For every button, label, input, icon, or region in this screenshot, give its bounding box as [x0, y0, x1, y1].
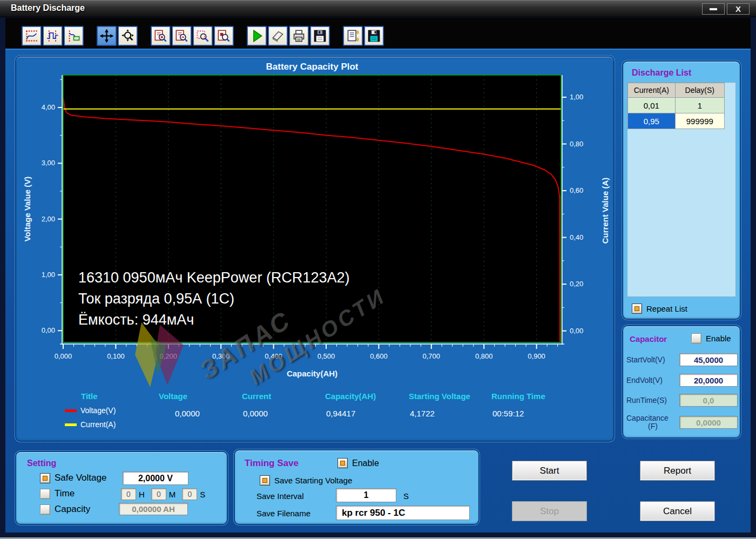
- time-minutes-field[interactable]: 0: [151, 488, 166, 500]
- minutes-unit: M: [169, 490, 176, 499]
- report-file-button[interactable]: [343, 26, 363, 46]
- svg-text:3,00: 3,00: [42, 159, 55, 167]
- startvolt-row: StartVolt(V) 45,0000: [626, 353, 739, 366]
- row1-delay-cell[interactable]: 1: [675, 98, 724, 113]
- cancel-button[interactable]: Cancel: [640, 501, 715, 521]
- save-filename-label: Save Filename: [256, 509, 310, 518]
- time-hours-field[interactable]: 0: [121, 488, 136, 500]
- curve-step-button[interactable]: [43, 26, 63, 46]
- safe-voltage-checkbox[interactable]: [40, 473, 50, 483]
- safe-voltage-row: Safe Voltage: [40, 473, 106, 483]
- report-button[interactable]: Report: [640, 461, 715, 481]
- endvolt-field[interactable]: 20,0000: [679, 374, 738, 387]
- chart-annotation: 16310 0950мАч KeepPower (RCR123A2) Ток р…: [78, 267, 349, 331]
- client-area: Battery Capacity Plot 4,003,002,001,000,…: [5, 49, 751, 533]
- svg-text:0,500: 0,500: [318, 352, 335, 360]
- svg-text:0,60: 0,60: [570, 186, 583, 194]
- battery-capacity-plot[interactable]: 4,003,002,001,000,001,000,800,600,400,20…: [16, 57, 616, 443]
- stat-voltage-header: Voltage: [159, 392, 187, 401]
- stat-capacity-value: 0,94417: [326, 409, 355, 418]
- zoom-window-button[interactable]: [193, 26, 213, 46]
- run-button[interactable]: [247, 26, 267, 46]
- svg-text:4,00: 4,00: [42, 103, 55, 111]
- setting-title: Setting: [27, 459, 56, 468]
- print-button[interactable]: [289, 26, 309, 46]
- stat-voltage-value: 0,0000: [175, 409, 200, 418]
- row2-delay-cell[interactable]: 999999: [675, 113, 724, 129]
- startvolt-field[interactable]: 45,0000: [679, 353, 738, 366]
- repeat-list-row: Repeat List: [632, 304, 687, 314]
- zoom-previous-button[interactable]: [214, 26, 234, 46]
- stop-button[interactable]: Stop: [512, 501, 587, 521]
- repeat-list-label: Repeat List: [646, 304, 687, 313]
- row2-current-cell-selected[interactable]: 0,95: [628, 113, 676, 129]
- save-filename-field[interactable]: kp rcr 950 - 1C: [336, 506, 470, 520]
- svg-text:0,200: 0,200: [160, 352, 178, 360]
- time-checkbox[interactable]: [40, 489, 50, 499]
- zoom-out-button[interactable]: [172, 26, 192, 46]
- column-current[interactable]: Current(A): [628, 83, 676, 98]
- save-data-icon: [367, 29, 381, 43]
- capacity-field[interactable]: 0,00000 AH: [119, 503, 188, 515]
- annotation-line-3: Ёмкость: 944мАч: [78, 309, 349, 331]
- left-axis-label: Voltage Value (V): [23, 177, 32, 242]
- voltage-swatch: [65, 409, 77, 412]
- pan-icon: [99, 29, 114, 43]
- runtime-row: RunTime(S) 0,0: [626, 394, 739, 407]
- time-row: Time: [40, 488, 75, 499]
- save-interval-unit: S: [403, 491, 409, 501]
- svg-text:0,300: 0,300: [212, 352, 230, 360]
- minimize-button[interactable]: [702, 3, 725, 15]
- close-button[interactable]: X: [727, 3, 750, 15]
- capacity-checkbox[interactable]: [40, 504, 50, 515]
- annotation-line-1: 16310 0950мАч KeepPower (RCR123A2): [78, 267, 349, 288]
- annotation-line-2: Ток разряда 0,95А (1С): [78, 288, 349, 309]
- timing-enable-label: Enable: [352, 459, 379, 468]
- column-delay[interactable]: Delay(S): [675, 83, 724, 98]
- repeat-list-checkbox[interactable]: [632, 304, 642, 314]
- legend-voltage-series: Voltage(V): [65, 406, 116, 415]
- svg-text:0,40: 0,40: [570, 233, 583, 241]
- curve-step-icon: [45, 29, 60, 43]
- zoom-previous-icon: [217, 29, 231, 43]
- discharge-table-header: Current(A) Delay(S): [628, 83, 725, 98]
- svg-text:0,000: 0,000: [55, 352, 72, 360]
- current-swatch: [65, 423, 77, 426]
- minimize-icon: [710, 8, 717, 10]
- erase-button[interactable]: [268, 26, 288, 46]
- safe-voltage-label: Safe Voltage: [55, 473, 106, 483]
- discharge-row-2[interactable]: 0,95 999999: [628, 113, 725, 129]
- zoom-dynamic-button[interactable]: [118, 26, 138, 46]
- stat-capacity-header: Capacity(AH): [325, 392, 376, 401]
- curve-style-button[interactable]: [22, 26, 42, 46]
- timing-enable-checkbox[interactable]: [338, 458, 348, 468]
- timing-save-title: Timing Save: [245, 458, 299, 469]
- capacitance-label: Capacitance(F): [626, 414, 679, 430]
- capacitor-enable-checkbox[interactable]: [691, 333, 701, 343]
- time-seconds-field[interactable]: 0: [182, 488, 197, 500]
- pan-button[interactable]: [97, 26, 117, 46]
- hours-unit: H: [139, 490, 145, 499]
- start-button[interactable]: Start: [512, 461, 587, 481]
- svg-text:0,600: 0,600: [370, 352, 388, 360]
- save-data-button[interactable]: [364, 26, 384, 46]
- safe-voltage-field[interactable]: 2,0000 V: [123, 471, 188, 485]
- report-file-icon: [346, 29, 360, 43]
- curve-legend-button[interactable]: [64, 26, 84, 46]
- stat-current-header: Current: [242, 392, 271, 401]
- discharge-list-grid[interactable]: Current(A) Delay(S) 0,01 1 0,95 999999: [627, 82, 736, 297]
- time-label: Time: [55, 488, 75, 499]
- stat-current-value: 0,0000: [243, 409, 268, 418]
- discharge-row-1[interactable]: 0,01 1: [628, 98, 725, 113]
- row1-current-cell[interactable]: 0,01: [628, 98, 676, 113]
- chart-legend: Title Voltage(V) Current(A) Voltage 0,00…: [16, 388, 616, 440]
- save-starting-voltage-checkbox[interactable]: [260, 475, 270, 486]
- app-window: Battery Discharge X Battery Capacity Pl: [0, 0, 756, 539]
- close-icon: X: [735, 4, 741, 14]
- zoom-window-icon: [195, 29, 210, 43]
- zoom-in-button[interactable]: [151, 26, 171, 46]
- svg-text:2,00: 2,00: [42, 215, 55, 223]
- stat-starting-voltage-header: Starting Voltage: [409, 392, 470, 401]
- save-button[interactable]: [310, 26, 330, 46]
- save-interval-field[interactable]: 1: [336, 488, 396, 502]
